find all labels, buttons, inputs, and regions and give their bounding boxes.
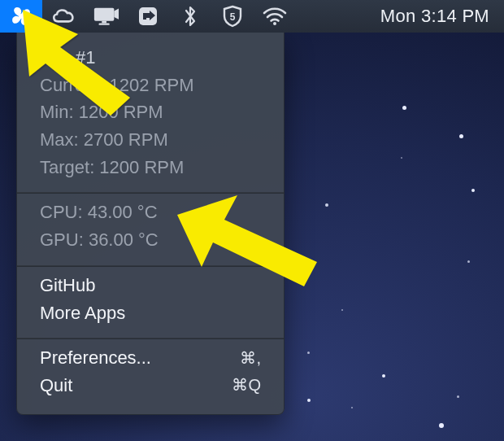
svg-text:5: 5 (230, 11, 236, 23)
menubar-item-shield[interactable]: 5 (211, 0, 254, 33)
separator (17, 192, 284, 194)
separator (17, 338, 284, 339)
fan-icon (9, 4, 33, 28)
fan-current: Current: 1202 RPM (17, 72, 284, 99)
shield-5-icon: 5 (222, 5, 243, 28)
fan-max: Max: 2700 RPM (17, 126, 284, 154)
svg-rect-3 (99, 23, 110, 24)
fan-title: Fan #1 (17, 44, 284, 72)
desktop-wallpaper: 5 Mon 3:14 PM Fan #1 Curre (0, 0, 504, 441)
forward-badge-icon (137, 5, 159, 28)
menubar: 5 Mon 3:14 PM (0, 0, 504, 33)
svg-point-6 (273, 22, 276, 25)
menubar-item-fanapp[interactable] (0, 0, 42, 33)
display-icon (93, 6, 119, 27)
menubar-clock[interactable]: Mon 3:14 PM (372, 6, 501, 27)
wifi-icon (262, 7, 288, 26)
menubar-item-forward[interactable] (127, 0, 169, 33)
menubar-item-creative-cloud[interactable] (42, 0, 85, 33)
menu-item-more-apps[interactable]: More Apps (17, 299, 284, 327)
creative-cloud-icon (50, 4, 76, 28)
menubar-item-bluetooth[interactable] (169, 0, 211, 33)
temp-cpu: CPU: 43.00 °C (17, 199, 284, 226)
menu-item-quit[interactable]: Quit ⌘Q (17, 372, 284, 400)
menubar-item-wifi[interactable] (254, 0, 296, 33)
svg-rect-1 (94, 8, 114, 21)
fanapp-dropdown: Fan #1 Current: 1202 RPM Min: 1200 RPM M… (16, 33, 285, 415)
bluetooth-icon (183, 5, 198, 28)
shortcut: ⌘Q (232, 374, 261, 396)
menu-item-preferences[interactable]: Preferences... ⌘, (17, 344, 284, 372)
temp-gpu: GPU: 36.00 °C (17, 226, 284, 254)
svg-rect-2 (102, 21, 106, 24)
fan-min: Min: 1200 RPM (17, 98, 284, 126)
menu-item-github[interactable]: GitHub (17, 272, 284, 299)
shortcut: ⌘, (240, 347, 261, 369)
menubar-item-display[interactable] (85, 0, 127, 33)
separator (17, 265, 284, 267)
fan-target: Target: 1200 RPM (17, 154, 284, 181)
